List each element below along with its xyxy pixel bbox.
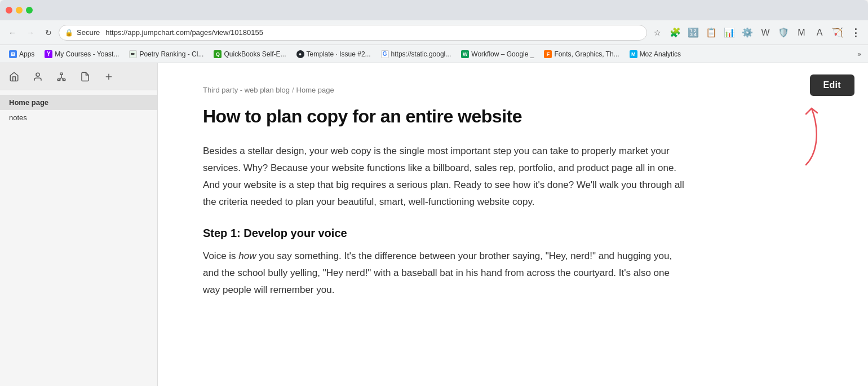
home-page-label: Home page [9, 98, 48, 107]
sitemap-tool-button[interactable] [54, 69, 69, 84]
article-intro: Besides a stellar design, your web copy … [203, 143, 688, 210]
secure-icon: 🔒 [65, 29, 73, 37]
minimize-button[interactable] [16, 7, 23, 14]
svg-point-0 [36, 73, 39, 76]
more-options[interactable]: ⋮ [848, 25, 863, 41]
title-bar [0, 0, 868, 20]
notes-label: notes [9, 113, 27, 122]
bookmark-workflow[interactable]: W Workflow – Google _ [457, 49, 538, 59]
extension-4[interactable]: 📊 [721, 25, 737, 41]
bookmark-apps[interactable]: ⊞ Apps [5, 49, 39, 59]
content-area: Edit Third party - web plan blog / Home … [158, 63, 868, 386]
extension-10[interactable]: 🏹 [830, 25, 845, 41]
nav-bar: ← → ↻ 🔒 Secure https://app.jumpchart.com… [0, 20, 868, 45]
breadcrumb-parent[interactable]: Third party - web plan blog [203, 86, 290, 94]
sidebar-toolbar [0, 63, 157, 90]
google-favicon: G [381, 50, 389, 58]
sidebar-item-home-page[interactable]: Home page [0, 95, 157, 110]
extension-1[interactable]: 🧩 [667, 25, 683, 41]
url-full: https://app.jumpchart.com/pages/view/101… [105, 28, 263, 37]
step1-heading: Step 1: Develop your voice [203, 223, 688, 243]
bookmark-google-label: https://static.googl... [391, 50, 451, 58]
bookmark-poetry-label: Poetry Ranking - Cl... [139, 50, 203, 58]
forward-button[interactable]: → [23, 25, 38, 41]
workflow-favicon: W [461, 50, 469, 58]
note-tool-button[interactable] [78, 69, 92, 84]
extension-5[interactable]: ⚙️ [739, 25, 755, 41]
fonts-favicon: F [544, 50, 552, 58]
bookmark-fonts[interactable]: F Fonts, Graphics, Th... [539, 49, 623, 59]
bookmark-quickbooks[interactable]: Q QuickBooks Self-E... [209, 49, 290, 59]
article-body: Besides a stellar design, your web copy … [203, 143, 688, 298]
bookmarks-bar: ⊞ Apps Y My Courses - Yoast... ✏ Poetry … [0, 45, 868, 63]
browser-window: ← → ↻ 🔒 Secure https://app.jumpchart.com… [0, 0, 868, 386]
main-layout: Home page notes Edit Third party - web p… [0, 63, 868, 386]
extension-7[interactable]: 🛡️ [776, 25, 791, 41]
bookmark-my-courses[interactable]: Y My Courses - Yoast... [40, 49, 123, 59]
moz-favicon: M [630, 50, 637, 58]
refresh-button[interactable]: ↻ [41, 25, 56, 41]
breadcrumb: Third party - web plan blog / Home page [203, 86, 823, 94]
sidebar: Home page notes [0, 63, 158, 386]
qb-favicon: Q [214, 50, 222, 58]
yoast-favicon: Y [45, 50, 52, 58]
edit-button[interactable]: Edit [810, 74, 854, 96]
article-title: How to plan copy for an entire website [203, 106, 823, 127]
sidebar-item-notes[interactable]: notes [0, 110, 157, 125]
bookmark-fonts-label: Fonts, Graphics, Th... [554, 50, 619, 58]
extension-9[interactable]: A [812, 25, 827, 41]
bookmark-apps-label: Apps [19, 50, 34, 58]
bookmark-template-label: Template · Issue #2... [307, 50, 371, 58]
extension-2[interactable]: 🔢 [685, 25, 701, 41]
person-tool-button[interactable] [30, 69, 45, 84]
bookmark-poetry[interactable]: ✏ Poetry Ranking - Cl... [125, 49, 208, 59]
github-favicon: ● [296, 50, 304, 58]
svg-rect-1 [60, 73, 63, 74]
breadcrumb-current: Home page [296, 86, 334, 94]
home-tool-button[interactable] [7, 69, 21, 84]
url-text: Secure [77, 28, 100, 37]
add-tool-button[interactable] [101, 69, 116, 84]
star-button[interactable]: ☆ [649, 25, 665, 41]
bookmarks-more-button[interactable]: » [855, 49, 863, 59]
bookmark-google-static[interactable]: G https://static.googl... [377, 49, 456, 59]
bookmark-template[interactable]: ● Template · Issue #2... [292, 49, 375, 59]
poetry-favicon: ✏ [129, 50, 137, 58]
maximize-button[interactable] [26, 7, 33, 14]
address-bar[interactable]: 🔒 Secure https://app.jumpchart.com/pages… [59, 25, 647, 41]
extension-8[interactable]: M [794, 25, 809, 41]
apps-favicon: ⊞ [9, 50, 17, 58]
sidebar-pages-list: Home page notes [0, 90, 157, 386]
breadcrumb-separator: / [292, 86, 294, 94]
nav-actions: ☆ 🧩 🔢 📋 📊 ⚙️ W 🛡️ M A 🏹 ⋮ [649, 25, 863, 41]
back-button[interactable]: ← [5, 25, 20, 41]
bookmark-moz-label: Moz Analytics [640, 50, 681, 58]
bookmark-moz[interactable]: M Moz Analytics [625, 49, 685, 59]
bookmark-courses-label: My Courses - Yoast... [55, 50, 119, 58]
arrow-annotation [772, 97, 817, 165]
bookmark-qb-label: QuickBooks Self-E... [224, 50, 286, 58]
extension-3[interactable]: 📋 [703, 25, 719, 41]
close-button[interactable] [6, 7, 12, 14]
bookmark-workflow-label: Workflow – Google _ [471, 50, 534, 58]
step1-body: Voice is how you say something. It's the… [203, 248, 688, 298]
extension-6[interactable]: W [758, 25, 773, 41]
